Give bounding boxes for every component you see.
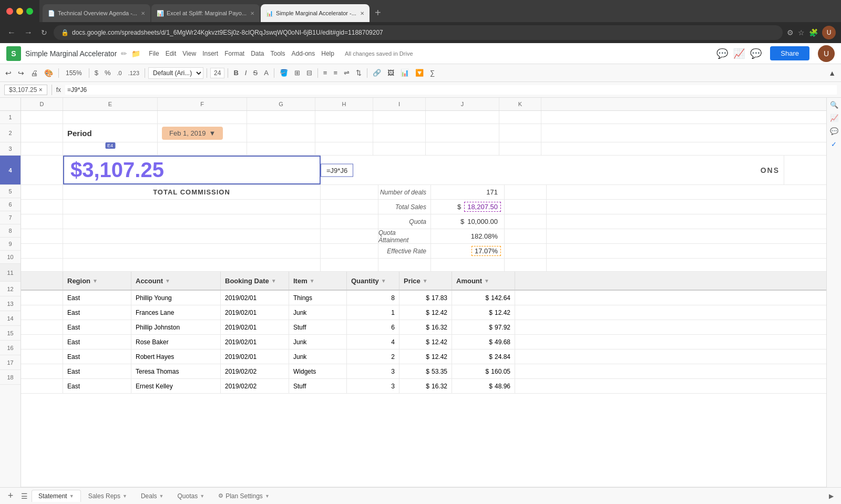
cell-f17[interactable]: Teresa Thomas [131, 364, 221, 378]
cell-k18[interactable]: $48.96 [452, 379, 515, 393]
undo-button[interactable]: ↩ [3, 68, 14, 78]
cell-h18[interactable]: Stuff [289, 379, 347, 393]
chart-icon[interactable]: 📈 [733, 48, 745, 59]
cell-d5[interactable] [21, 185, 63, 199]
cell-g13[interactable]: 2019/02/01 [221, 305, 289, 320]
traffic-light-red[interactable] [6, 8, 13, 15]
address-bar[interactable]: 🔒 docs.google.com/spreadsheets/d/1_6MgWr… [54, 25, 783, 40]
cell-e8[interactable] [63, 229, 321, 243]
cell-e18[interactable]: East [63, 379, 131, 393]
cell-j5-stat-val[interactable]: 171 [431, 185, 505, 199]
cell-d9[interactable] [21, 244, 63, 258]
cell-d10[interactable] [21, 259, 63, 271]
cell-f15[interactable]: Rose Baker [131, 335, 221, 349]
sheet-list-button[interactable]: ☰ [18, 490, 30, 502]
col-header-i[interactable]: I [373, 98, 426, 110]
cell-k7[interactable] [505, 214, 547, 229]
borders-btn[interactable]: ⊞ [292, 68, 302, 78]
cell-j10[interactable] [431, 259, 505, 271]
cell-j7-stat-val[interactable]: $ 10,000.00 [431, 214, 505, 229]
filter-btn[interactable]: 🔽 [413, 68, 426, 78]
cell-k6[interactable] [505, 200, 547, 214]
quantity-sort-icon[interactable]: ▼ [381, 278, 386, 284]
cell-h7[interactable] [321, 214, 378, 229]
col-header-f[interactable]: F [158, 98, 247, 110]
cell-h13[interactable]: Junk [289, 305, 347, 320]
browser-tab-1[interactable]: 📄 Technical Overview Agenda -... ✕ [43, 4, 150, 22]
cell-i13[interactable]: 1 [347, 305, 399, 320]
menu-edit[interactable]: Edit [166, 50, 177, 57]
text-color-btn[interactable]: A [262, 68, 271, 78]
cell-e13[interactable]: East [63, 305, 131, 320]
cell-h6[interactable] [321, 200, 378, 214]
sidebar-comment-icon[interactable]: 💬 [830, 127, 838, 135]
cell-d7[interactable] [21, 214, 63, 229]
cell-i6-stat-label[interactable]: Total Sales [378, 200, 431, 214]
cell-h1[interactable] [315, 111, 373, 124]
menu-addons[interactable]: Add-ons [292, 50, 315, 57]
cell-i18[interactable]: 3 [347, 379, 399, 393]
cell-g17[interactable]: 2019/02/02 [221, 364, 289, 378]
link-btn[interactable]: 🔗 [371, 68, 383, 78]
cell-i3[interactable] [373, 142, 426, 155]
tab-plan-settings[interactable]: ⚙ Plan Settings ▼ [212, 490, 276, 502]
bold-btn[interactable]: B [231, 68, 240, 78]
cell-k13[interactable]: $12.42 [452, 305, 515, 320]
currency-btn[interactable]: $ [93, 68, 100, 78]
cell-g3[interactable] [247, 142, 315, 155]
cell-g2[interactable] [247, 124, 315, 142]
text-wrap-btn[interactable]: ⇌ [342, 68, 352, 78]
col-header-k[interactable]: K [499, 98, 541, 110]
tab1-close[interactable]: ✕ [141, 11, 145, 16]
cell-j14[interactable]: $16.32 [399, 320, 452, 334]
formula-input[interactable]: =J9*J6 [65, 85, 837, 95]
valign-btn[interactable]: ⇅ [354, 68, 364, 78]
cell-i10[interactable] [378, 259, 431, 271]
cell-k2[interactable] [499, 124, 541, 142]
cell-j6-stat-val[interactable]: $ 18,207.50 [431, 200, 505, 214]
tab-sales-reps-dropdown[interactable]: ▼ [122, 493, 127, 499]
cell-d14[interactable] [21, 320, 63, 334]
cell-h2[interactable] [315, 124, 373, 142]
cell-d12[interactable] [21, 291, 63, 305]
menu-help[interactable]: Help [321, 50, 334, 57]
decimal-0-btn[interactable]: .0 [115, 69, 124, 77]
region-sort-icon[interactable]: ▼ [93, 278, 98, 284]
cell-e2[interactable]: Period [63, 124, 158, 142]
tab-sales-reps[interactable]: Sales Reps ▼ [82, 490, 134, 502]
cell-d8[interactable] [21, 229, 63, 243]
cell-f16[interactable]: Robert Hayes [131, 349, 221, 364]
align-left-btn[interactable]: ≡ [321, 68, 330, 78]
star-icon[interactable]: ☆ [798, 28, 805, 37]
cell-h10[interactable] [321, 259, 378, 271]
cell-d16[interactable] [21, 349, 63, 364]
extensions-puzzle-icon[interactable]: 🧩 [809, 28, 818, 37]
cell-h11-header[interactable]: Item ▼ [289, 272, 347, 290]
collapse-btn[interactable]: ▲ [826, 68, 838, 78]
cell-j4[interactable]: ONS [711, 156, 784, 184]
font-select[interactable]: Default (Ari...) [148, 67, 203, 79]
cell-i14[interactable]: 6 [347, 320, 399, 334]
cell-i8-stat-label[interactable]: Quota Attainment [378, 229, 431, 243]
menu-file[interactable]: File [149, 50, 159, 57]
cell-f18[interactable]: Ernest Kelley [131, 379, 221, 393]
col-header-e[interactable]: E [63, 98, 158, 110]
italic-btn[interactable]: I [243, 68, 249, 78]
menu-tools[interactable]: Tools [271, 50, 285, 57]
col-header-d[interactable]: D [21, 98, 63, 110]
cell-g1[interactable] [247, 111, 315, 124]
account-sort-icon[interactable]: ▼ [165, 278, 170, 284]
cell-i17[interactable]: 3 [347, 364, 399, 378]
cell-g14[interactable]: 2019/02/01 [221, 320, 289, 334]
browser-tab-3[interactable]: 📊 Simple Marginal Accelerator -... ✕ [261, 4, 370, 22]
profile-icon[interactable]: U [822, 26, 836, 39]
item-sort-icon[interactable]: ▼ [310, 278, 315, 284]
cell-f14[interactable]: Phillip Johnston [131, 320, 221, 334]
cell-j15[interactable]: $12.42 [399, 335, 452, 349]
cell-d15[interactable] [21, 335, 63, 349]
cell-j9-stat-val[interactable]: 17.07% [431, 244, 505, 258]
cell-i2[interactable] [373, 124, 426, 142]
cell-e11-header[interactable]: Region ▼ [63, 272, 131, 290]
cell-d4[interactable] [21, 156, 63, 184]
cell-h16[interactable]: Junk [289, 349, 347, 364]
